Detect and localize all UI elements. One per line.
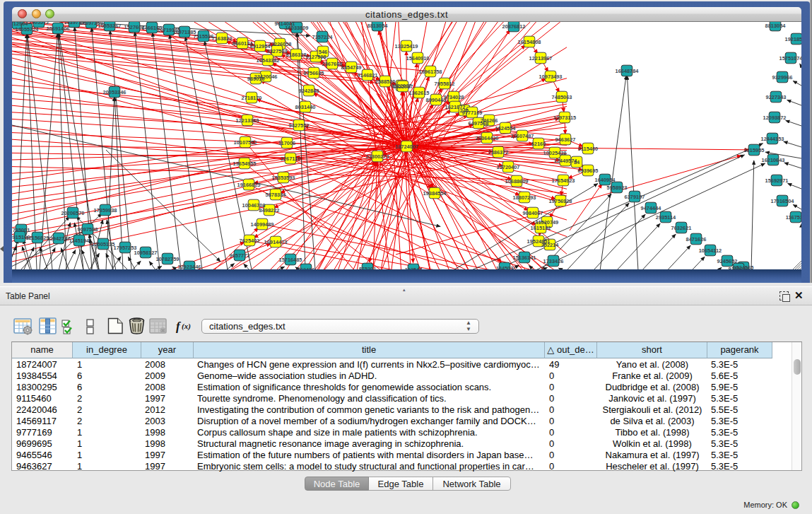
svg-text:16961758: 16961758 bbox=[419, 69, 442, 75]
svg-text:10782759: 10782759 bbox=[156, 256, 180, 262]
svg-text:19218506: 19218506 bbox=[785, 36, 801, 42]
svg-text:12213369: 12213369 bbox=[236, 117, 259, 124]
svg-text:10973493: 10973493 bbox=[539, 74, 563, 80]
svg-text:9097588: 9097588 bbox=[78, 226, 98, 233]
svg-text:19654955: 19654955 bbox=[233, 160, 257, 167]
svg-text:16210643: 16210643 bbox=[762, 157, 785, 163]
svg-text:8813054: 8813054 bbox=[367, 23, 389, 29]
svg-text:252214: 252214 bbox=[541, 242, 560, 248]
svg-text:8186328: 8186328 bbox=[286, 52, 307, 58]
svg-text:10553267: 10553267 bbox=[98, 23, 122, 29]
svg-text:9329966: 9329966 bbox=[772, 74, 793, 81]
svg-text:20364436: 20364436 bbox=[476, 135, 499, 141]
svg-text:17359938: 17359938 bbox=[94, 207, 117, 214]
svg-text:1615132: 1615132 bbox=[531, 225, 551, 231]
svg-text:1322037: 1322037 bbox=[393, 83, 413, 90]
svg-text:62160: 62160 bbox=[531, 141, 546, 147]
svg-text:14099489: 14099489 bbox=[251, 221, 274, 228]
svg-text:9474444: 9474444 bbox=[641, 205, 662, 211]
svg-text:9245082: 9245082 bbox=[729, 266, 749, 270]
svg-text:15716485: 15716485 bbox=[279, 257, 302, 263]
svg-text:546: 546 bbox=[319, 49, 327, 55]
svg-text:7163822: 7163822 bbox=[212, 35, 233, 42]
svg-text:12444153: 12444153 bbox=[761, 136, 784, 142]
svg-text:(x): (x) bbox=[182, 322, 191, 331]
svg-text:10543382: 10543382 bbox=[257, 57, 280, 64]
svg-text:1145194: 1145194 bbox=[69, 238, 90, 244]
svg-text:8031440: 8031440 bbox=[295, 104, 316, 110]
svg-text:12973115: 12973115 bbox=[553, 115, 576, 121]
svg-text:3215955: 3215955 bbox=[744, 147, 765, 153]
svg-text:15692971: 15692971 bbox=[765, 177, 789, 184]
svg-text:16154808: 16154808 bbox=[518, 39, 541, 45]
svg-text:20206570: 20206570 bbox=[61, 210, 85, 216]
svg-text:12942737: 12942737 bbox=[47, 235, 71, 242]
svg-text:9734028: 9734028 bbox=[444, 94, 464, 100]
svg-text:6939695: 6939695 bbox=[578, 168, 599, 174]
svg-text:9777169: 9777169 bbox=[462, 110, 483, 116]
svg-text:18807293: 18807293 bbox=[513, 194, 536, 201]
svg-text:23226058: 23226058 bbox=[269, 41, 292, 47]
svg-text:10607487: 10607487 bbox=[511, 133, 534, 139]
svg-text:8756685: 8756685 bbox=[304, 70, 324, 76]
svg-text:10688609: 10688609 bbox=[505, 178, 529, 185]
svg-text:1640954: 1640954 bbox=[595, 177, 616, 183]
svg-text:2367608: 2367608 bbox=[322, 61, 343, 67]
svg-text:3267110: 3267110 bbox=[281, 156, 300, 162]
svg-text:17016504: 17016504 bbox=[771, 198, 795, 204]
svg-text:8498222: 8498222 bbox=[259, 207, 280, 214]
svg-text:8454749: 8454749 bbox=[341, 64, 362, 71]
svg-text:746266: 746266 bbox=[481, 117, 498, 124]
svg-text:16971385: 16971385 bbox=[173, 29, 196, 35]
svg-text:10654112: 10654112 bbox=[699, 247, 722, 254]
svg-text:7386372: 7386372 bbox=[488, 149, 509, 156]
svg-text:7485063: 7485063 bbox=[552, 94, 572, 100]
svg-text:9146821: 9146821 bbox=[358, 72, 378, 78]
svg-text:10958127: 10958127 bbox=[134, 250, 158, 256]
svg-text:12093872: 12093872 bbox=[763, 115, 787, 121]
svg-text:2718170: 2718170 bbox=[242, 95, 262, 101]
svg-text:20876812: 20876812 bbox=[502, 23, 526, 30]
svg-text:1624554: 1624554 bbox=[495, 125, 517, 132]
svg-text:1167533: 1167533 bbox=[786, 214, 801, 221]
svg-text:7625402: 7625402 bbox=[240, 238, 260, 244]
svg-text:7357224: 7357224 bbox=[312, 34, 334, 40]
svg-text:15353593: 15353593 bbox=[272, 175, 295, 181]
svg-text:7515526: 7515526 bbox=[194, 33, 214, 40]
svg-text:15136141: 15136141 bbox=[513, 255, 536, 261]
svg-text:f: f bbox=[176, 320, 182, 333]
svg-text:962416: 962416 bbox=[298, 267, 315, 270]
svg-text:10107552: 10107552 bbox=[234, 139, 257, 146]
svg-text:8471626: 8471626 bbox=[686, 236, 707, 243]
svg-text:17654923: 17654923 bbox=[552, 177, 575, 184]
svg-text:102547: 102547 bbox=[405, 267, 423, 270]
svg-text:20691406: 20691406 bbox=[47, 25, 70, 32]
svg-text:17957253: 17957253 bbox=[114, 245, 137, 251]
svg-text:5878334: 5878334 bbox=[266, 192, 287, 198]
svg-text:12213967: 12213967 bbox=[529, 55, 553, 62]
svg-text:15720407: 15720407 bbox=[497, 164, 520, 170]
svg-text:9242848: 9242848 bbox=[299, 88, 319, 94]
svg-text:19756928: 19756928 bbox=[549, 198, 572, 204]
svg-text:10025438: 10025438 bbox=[543, 150, 567, 156]
svg-text:16648784: 16648784 bbox=[616, 68, 640, 74]
svg-text:16033809: 16033809 bbox=[286, 25, 309, 31]
svg-text:14055724: 14055724 bbox=[16, 26, 40, 33]
svg-text:9115460: 9115460 bbox=[578, 146, 598, 152]
svg-text:989016: 989016 bbox=[247, 76, 265, 82]
svg-text:19384554: 19384554 bbox=[423, 190, 447, 197]
svg-text:9245652: 9245652 bbox=[717, 258, 738, 264]
svg-text:7955812: 7955812 bbox=[435, 81, 455, 87]
svg-text:9657771: 9657771 bbox=[230, 252, 250, 259]
svg-text:785001: 785001 bbox=[13, 227, 30, 233]
svg-text:1733426: 1733426 bbox=[543, 258, 564, 264]
svg-text:9227343: 9227343 bbox=[766, 94, 787, 100]
svg-text:13325419: 13325419 bbox=[395, 43, 418, 49]
svg-text:2935114: 2935114 bbox=[656, 214, 676, 221]
svg-text:6379197: 6379197 bbox=[625, 194, 645, 200]
svg-text:1362615: 1362615 bbox=[409, 90, 430, 96]
svg-text:117006: 117006 bbox=[278, 140, 295, 146]
svg-text:9327503: 9327503 bbox=[267, 48, 288, 54]
svg-text:15751074: 15751074 bbox=[779, 55, 801, 62]
svg-text:875201: 875201 bbox=[359, 266, 377, 270]
